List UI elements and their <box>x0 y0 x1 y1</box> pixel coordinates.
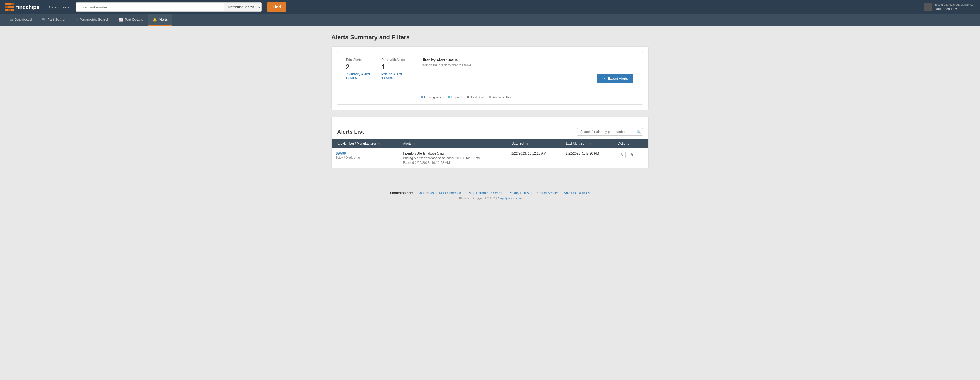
chart-icon: 📈 <box>119 18 123 22</box>
logo[interactable]: findchips <box>5 3 39 11</box>
total-alerts-stat: Total Alerts 2 Inventory Alerts 1 / 50% <box>345 58 371 80</box>
sidebar-item-parametric-search[interactable]: ≡ Parametric Search <box>72 14 113 26</box>
table-header: Part Number / Manufacturer ⇅ Alerts ⇅ Da… <box>332 139 648 148</box>
account-info: bramirezcruz@supplyframe... Your Account… <box>935 3 975 11</box>
legend-dot <box>467 96 469 98</box>
logo-cell <box>5 9 8 11</box>
chart-area[interactable] <box>420 71 581 93</box>
dashboard-icon: ▤ <box>10 18 13 22</box>
logo-cell <box>11 6 14 8</box>
footer-link-privacy[interactable]: Privacy Policy <box>509 191 529 195</box>
summary-card: Total Alerts 2 Inventory Alerts 1 / 50% … <box>331 46 649 110</box>
legend-dot <box>489 96 492 98</box>
summary-grid: Total Alerts 2 Inventory Alerts 1 / 50% … <box>337 52 643 104</box>
alerts-table: Part Number / Manufacturer ⇅ Alerts ⇅ Da… <box>332 139 648 168</box>
legend-expired[interactable]: Expired <box>448 95 461 99</box>
logo-cell <box>5 6 8 8</box>
avatar <box>924 3 932 11</box>
page-title: Alerts Summary and Filters <box>331 34 649 41</box>
distributor-select[interactable]: Distributor Search <box>224 3 261 11</box>
th-last-alert-sent: Last Alert Sent ⇅ <box>562 139 614 148</box>
chevron-down-icon: ▾ <box>67 5 69 9</box>
edit-button[interactable]: ✎ <box>618 152 625 158</box>
export-alerts-button[interactable]: ↗ Export Alerts <box>597 74 633 83</box>
legend-alert-sent[interactable]: Alert Sent <box>467 95 484 99</box>
th-part-number: Part Number / Manufacturer ⇅ <box>332 139 399 148</box>
pricing-alerts-sub: Pricing Alerts 1 / 50% <box>382 72 405 80</box>
alert-expired: Expired 2/22/2023, 10:12:23 AM <box>403 161 504 165</box>
footer-supply-link[interactable]: Supplyframe.com <box>498 196 522 200</box>
export-icon: ↗ <box>603 76 606 81</box>
footer-link-terms[interactable]: Terms of Service <box>534 191 558 195</box>
logo-cell <box>11 9 14 11</box>
sidebar-item-dashboard[interactable]: ▤ Dashboard <box>5 14 37 26</box>
inventory-alerts-sub: Inventory Alerts 1 / 50% <box>345 72 371 80</box>
summary-stats: Total Alerts 2 Inventory Alerts 1 / 50% … <box>337 52 414 104</box>
legend-dot <box>420 96 423 98</box>
part-number-link[interactable]: BAV99 <box>336 152 346 155</box>
legend-alternate-alert[interactable]: Alternate Alert <box>489 95 512 99</box>
logo-cell <box>8 9 11 11</box>
cell-date-set: 2/22/2023, 10:12:23 AM <box>508 148 562 168</box>
sidebar-item-alerts[interactable]: 🔔 Alerts <box>148 14 172 26</box>
footer-link-advertise[interactable]: Advertise With Us <box>564 191 590 195</box>
th-alerts: Alerts ⇅ <box>399 139 508 148</box>
sort-icon[interactable]: ⇅ <box>589 142 592 145</box>
th-date-set: Date Set ⇅ <box>508 139 562 148</box>
manufacturer: Zetex / Diodes Inc <box>336 156 395 159</box>
alert-pricing: Pricing Alerts: decrease to at least $20… <box>403 156 504 160</box>
legend-row: Expiring soon Expired Alert Sent Al <box>420 95 581 99</box>
bell-icon: 🔔 <box>153 18 157 22</box>
list-header: Alerts List 🔍 <box>337 123 643 139</box>
footer-link-parametric[interactable]: Parametric Search <box>476 191 503 195</box>
stats-row: Total Alerts 2 Inventory Alerts 1 / 50% … <box>345 58 406 80</box>
categories-button[interactable]: Categories ▾ <box>47 4 72 10</box>
footer-links: Findchips.com Contact Us | Most Searched… <box>5 191 975 195</box>
export-section: ↗ Export Alerts <box>588 52 643 104</box>
cell-last-alert-sent: 2/22/2023, 5:47:26 PM <box>562 148 614 168</box>
filter-section: Filter by Alert Status Click on the grap… <box>414 52 588 104</box>
cell-part-number: BAV99 Zetex / Diodes Inc <box>332 148 399 168</box>
secondary-navigation: ▤ Dashboard 🔍 Part Search ≡ Parametric S… <box>0 14 980 26</box>
alert-main: Inventory Alerts: above 5 qty <box>403 152 504 155</box>
footer-link-most-searched[interactable]: Most Searched Terms <box>439 191 471 195</box>
account-email: bramirezcruz@supplyframe... <box>935 3 975 7</box>
search-bar: Distributor Search <box>76 2 262 12</box>
footer-brand: Findchips.com <box>390 191 414 195</box>
page-content: Alerts Summary and Filters Total Alerts … <box>326 26 654 186</box>
logo-cell <box>11 3 14 5</box>
footer-link-contact[interactable]: Contact Us <box>418 191 434 195</box>
th-actions: Actions <box>614 139 648 148</box>
sort-icon[interactable]: ⇅ <box>414 142 415 145</box>
logo-grid-icon <box>5 3 14 11</box>
find-button[interactable]: Find <box>267 2 286 12</box>
sort-icon[interactable]: ⇅ <box>526 142 528 145</box>
logo-cell <box>8 3 11 5</box>
logo-cell <box>8 6 11 8</box>
table-body: BAV99 Zetex / Diodes Inc Inventory Alert… <box>332 148 648 168</box>
search-input[interactable] <box>76 3 224 11</box>
list-title: Alerts List <box>337 129 364 135</box>
search-wrapper: 🔍 <box>577 128 643 136</box>
table-row: BAV99 Zetex / Diodes Inc Inventory Alert… <box>332 148 648 168</box>
delete-button[interactable]: 🗑 <box>628 152 636 158</box>
parts-with-alerts-stat: Parts with Alerts 1 Pricing Alerts 1 / 5… <box>382 58 405 80</box>
sort-icon[interactable]: ⇅ <box>378 142 380 145</box>
cell-actions: ✎ 🗑 <box>614 148 648 168</box>
logo-text: findchips <box>16 4 39 10</box>
sidebar-item-part-details[interactable]: 📈 Part Details <box>115 14 147 26</box>
alerts-list-card: Alerts List 🔍 Part Number / Manufacturer… <box>331 117 649 168</box>
footer-copyright: All content Copyright © 2023, Supplyfram… <box>5 196 975 200</box>
legend-expiring-soon[interactable]: Expiring soon <box>420 95 442 99</box>
account-link[interactable]: Your Account ▾ <box>935 7 975 11</box>
top-navigation: findchips Categories ▾ Distributor Searc… <box>0 0 980 14</box>
account-area: bramirezcruz@supplyframe... Your Account… <box>924 3 975 11</box>
legend-dot <box>448 96 450 98</box>
footer: Findchips.com Contact Us | Most Searched… <box>0 186 980 205</box>
chevron-down-icon: ▾ <box>955 7 957 11</box>
sidebar-item-part-search[interactable]: 🔍 Part Search <box>37 14 71 26</box>
logo-cell <box>5 3 8 5</box>
search-alerts-input[interactable] <box>577 128 643 136</box>
cell-alerts: Inventory Alerts: above 5 qty Pricing Al… <box>399 148 508 168</box>
list-icon: ≡ <box>76 18 78 22</box>
